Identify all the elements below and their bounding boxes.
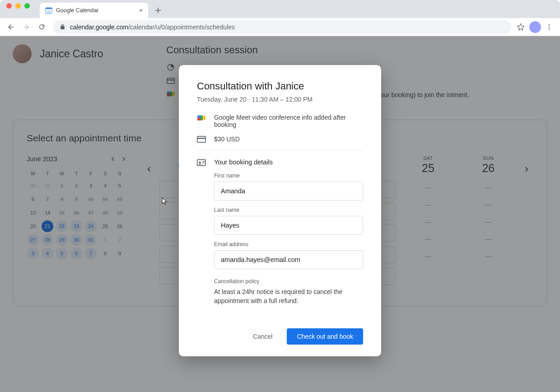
last-name-label: Last name: [214, 207, 363, 213]
meet-icon: [197, 114, 206, 121]
window-controls: [6, 0, 30, 18]
meet-info-text: Google Meet video conference info added …: [214, 114, 363, 128]
url-text: calendar.google.com/calendar/u/0/appoint…: [70, 23, 235, 31]
modal-title: Consultation with Janice: [197, 80, 363, 92]
svg-rect-13: [197, 115, 200, 118]
window-zoom-icon[interactable]: [24, 3, 30, 9]
bookmark-star-icon[interactable]: [517, 23, 525, 31]
svg-point-3: [549, 24, 550, 26]
svg-rect-20: [202, 163, 205, 163]
profile-avatar-icon[interactable]: [529, 21, 541, 33]
email-label: Email address: [214, 241, 363, 247]
modal-subtitle: Tuesday, June 20 · 11:30 AM – 12:00 PM: [197, 96, 363, 103]
booking-details-header: Your booking details: [214, 159, 273, 166]
calendar-favicon-icon: 31: [45, 7, 52, 14]
tab-title: Google Calendar: [56, 7, 99, 14]
nav-forward-button[interactable]: [20, 21, 33, 33]
svg-point-5: [549, 28, 550, 30]
nav-back-button[interactable]: [5, 21, 17, 33]
contact-card-icon: [197, 159, 206, 166]
booking-modal: Consultation with Janice Tuesday, June 2…: [179, 65, 381, 356]
price-text: $30 USD: [214, 135, 363, 143]
new-tab-button[interactable]: [152, 4, 164, 17]
payment-icon: [197, 135, 206, 143]
svg-text:31: 31: [47, 9, 51, 14]
url-field[interactable]: calendar.google.com/calendar/u/0/appoint…: [53, 20, 511, 34]
first-name-input[interactable]: [214, 182, 363, 201]
checkout-book-button[interactable]: Check out and book: [287, 328, 363, 345]
window-titlebar: 31 Google Calendar ×: [0, 0, 560, 18]
last-name-input[interactable]: [214, 216, 363, 235]
window-close-icon[interactable]: [6, 3, 12, 9]
policy-header: Cancellation policy: [214, 278, 363, 285]
nav-reload-button[interactable]: [35, 21, 48, 33]
divider: [197, 150, 363, 150]
svg-rect-15: [197, 136, 205, 142]
svg-point-4: [549, 26, 550, 28]
first-name-label: First name: [214, 173, 363, 179]
svg-rect-14: [197, 118, 200, 121]
svg-point-18: [199, 161, 201, 163]
email-input[interactable]: [214, 250, 363, 269]
browser-tab[interactable]: 31 Google Calendar ×: [40, 3, 148, 18]
svg-rect-16: [197, 138, 205, 139]
browser-menu-icon[interactable]: [546, 23, 553, 31]
svg-rect-19: [202, 161, 205, 162]
lock-icon: [60, 24, 65, 30]
tab-close-icon[interactable]: ×: [139, 7, 143, 14]
window-minimize-icon[interactable]: [15, 3, 21, 9]
policy-text: At least a 24hr notice is required to ca…: [214, 287, 363, 306]
address-bar: calendar.google.com/calendar/u/0/appoint…: [0, 18, 560, 36]
cancel-button[interactable]: Cancel: [243, 328, 283, 345]
